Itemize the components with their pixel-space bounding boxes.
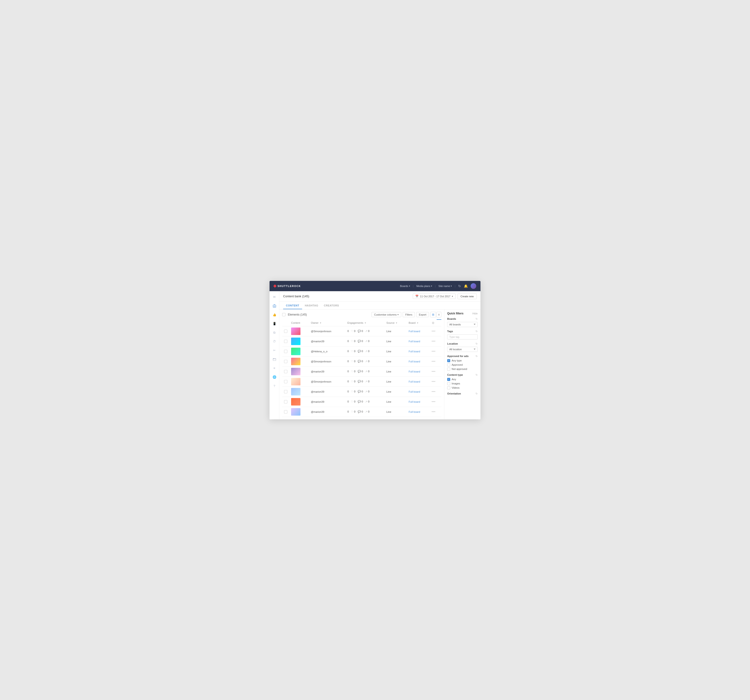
row-checkbox[interactable] — [284, 330, 287, 333]
notifications-icon[interactable]: 🔔 — [464, 284, 468, 288]
row-menu-button[interactable]: ••• — [432, 370, 436, 373]
board-link[interactable]: Full board — [409, 401, 420, 403]
approved-ads-any-item[interactable]: Any type — [447, 359, 478, 362]
nav-link-media-plans[interactable]: Media plans ▾ — [414, 285, 434, 287]
board-link[interactable]: Full board — [409, 360, 420, 363]
export-button[interactable]: Export — [416, 312, 429, 317]
view-toggle: ⊞ ≡ — [430, 312, 441, 318]
board-link[interactable]: Full board — [409, 350, 420, 353]
row-checkbox[interactable] — [284, 410, 287, 413]
sidebar-item-folder[interactable] — [272, 357, 277, 362]
boards-select[interactable]: All boards — [447, 322, 478, 327]
avatar[interactable] — [470, 283, 476, 289]
nav-link-site[interactable]: Site name ▾ — [436, 285, 455, 287]
row-menu-button[interactable]: ••• — [432, 410, 436, 413]
content-type-refresh-icon[interactable]: ↻ — [476, 373, 478, 376]
row-menu-button[interactable]: ••• — [432, 380, 436, 383]
svg-rect-3 — [274, 307, 274, 307]
board-link[interactable]: Full board — [409, 370, 420, 373]
row-actions-cell: ••• — [430, 366, 441, 376]
location-select[interactable]: All location — [447, 347, 478, 352]
row-menu-button[interactable]: ••• — [432, 359, 436, 363]
tags-refresh-icon[interactable]: ↻ — [476, 330, 478, 333]
quick-filters-hide-button[interactable]: Hide — [472, 312, 478, 315]
tab-hashtag[interactable]: HASHTAG — [302, 302, 321, 309]
col-engagements[interactable]: Engagements ▾ — [346, 320, 384, 326]
sidebar-item-help[interactable]: ? — [272, 384, 277, 388]
row-actions-cell: ••• — [430, 336, 441, 346]
row-menu-button[interactable]: ••• — [432, 339, 436, 343]
approved-ads-not-approved-item[interactable]: Not approved — [447, 368, 478, 371]
sidebar-item-scissors[interactable]: ✂ — [272, 348, 277, 353]
sidebar-item-thumbsup[interactable]: 👍 — [272, 312, 277, 318]
board-cell: Full board — [407, 366, 430, 376]
board-link[interactable]: Full board — [409, 410, 420, 413]
sidebar-item-building[interactable] — [272, 303, 277, 309]
tab-content[interactable]: CONTENT — [283, 302, 302, 309]
col-owner[interactable]: Owner ▾ — [309, 320, 346, 326]
tab-creators[interactable]: CREATORS — [321, 302, 342, 309]
table-section: Elements (145) Customise columns ▾ Filte… — [280, 310, 481, 419]
sidebar-item-mail[interactable]: ✉ — [272, 295, 277, 299]
list-view-button[interactable]: ≡ — [436, 312, 441, 318]
board-link[interactable]: Full board — [409, 380, 420, 383]
refresh-icon[interactable]: ↻ — [458, 284, 461, 288]
row-menu-button[interactable]: ••• — [432, 400, 436, 404]
row-menu-button[interactable]: ••• — [432, 329, 436, 333]
customise-columns-button[interactable]: Customise columns ▾ — [372, 312, 401, 317]
content-type-videos-item[interactable]: Videos — [447, 386, 478, 389]
row-checkbox[interactable] — [284, 340, 287, 343]
owner-cell: @Simonjonhnson — [309, 376, 346, 387]
tags-input[interactable] — [447, 334, 478, 339]
location-refresh-icon[interactable]: ↻ — [476, 342, 478, 345]
approved-ads-refresh-icon[interactable]: ↻ — [476, 355, 478, 358]
settings-icon[interactable]: ⚙ — [432, 321, 435, 325]
board-link[interactable]: Full board — [409, 390, 420, 393]
col-source[interactable]: Source ▾ — [384, 320, 407, 326]
approved-ads-filter-title: Approved for ads — [447, 355, 469, 358]
svg-rect-4 — [275, 307, 275, 307]
approved-ads-any-checkbox[interactable] — [447, 359, 450, 362]
row-checkbox[interactable] — [284, 380, 287, 383]
col-board[interactable]: Board ▾ — [407, 320, 430, 326]
boards-refresh-icon[interactable]: ↻ — [476, 318, 478, 321]
nav-link-boards[interactable]: Boards ▾ — [398, 285, 412, 287]
sidebar-item-globe[interactable]: 🌐 — [272, 375, 277, 380]
quick-filters-title: Quick filters — [447, 312, 463, 315]
location-filter-title: Location — [447, 342, 458, 345]
brand-diamond — [273, 284, 277, 287]
content-type-images-item[interactable]: Images — [447, 382, 478, 385]
sidebar-item-clock[interactable]: ⏱ — [272, 339, 277, 344]
row-checkbox[interactable] — [284, 400, 287, 404]
create-new-button[interactable]: Create new — [458, 293, 477, 299]
table-row: @Simonjonhnson 0 ♡ 0 💬 0 ↗ 0 Line Full b… — [282, 326, 441, 336]
filters-button[interactable]: Filters — [403, 312, 415, 317]
content-type-any-checkbox[interactable] — [447, 378, 450, 381]
approved-ads-approved-checkbox[interactable] — [447, 363, 450, 366]
row-menu-button[interactable]: ••• — [432, 350, 436, 353]
select-all-checkbox[interactable] — [282, 313, 286, 316]
content-type-images-checkbox[interactable] — [447, 382, 450, 385]
content-type-any-item[interactable]: Any — [447, 378, 478, 381]
sidebar-item-layers[interactable]: ⧉ — [272, 330, 277, 335]
content-type-videos-checkbox[interactable] — [447, 386, 450, 389]
orientation-refresh-icon[interactable]: ↻ — [476, 392, 478, 395]
engagements-cell: 0 ♡ 0 💬 0 ↗ 0 — [346, 387, 384, 397]
board-cell: Full board — [407, 346, 430, 356]
content-type-videos-label: Videos — [452, 386, 460, 389]
sidebar-item-menu[interactable]: ≡ — [272, 366, 277, 371]
approved-ads-any-label: Any type — [452, 359, 462, 362]
row-menu-button[interactable]: ••• — [432, 390, 436, 393]
grid-view-button[interactable]: ⊞ — [430, 312, 436, 318]
sidebar-item-phone[interactable]: 📱 — [272, 321, 277, 326]
row-checkbox[interactable] — [284, 360, 287, 363]
row-checkbox[interactable] — [284, 370, 287, 373]
boards-filter-section: Boards ↻ All boards — [447, 318, 478, 327]
board-link[interactable]: Full board — [409, 330, 420, 333]
row-checkbox[interactable] — [284, 390, 287, 393]
approved-ads-not-approved-checkbox[interactable] — [447, 368, 450, 371]
board-link[interactable]: Full board — [409, 340, 420, 343]
row-checkbox[interactable] — [284, 350, 287, 353]
approved-ads-approved-item[interactable]: Approved — [447, 363, 478, 366]
date-range-button[interactable]: 📅 11 Oct 2017 - 17 Oct 2017 ▾ — [413, 293, 456, 299]
